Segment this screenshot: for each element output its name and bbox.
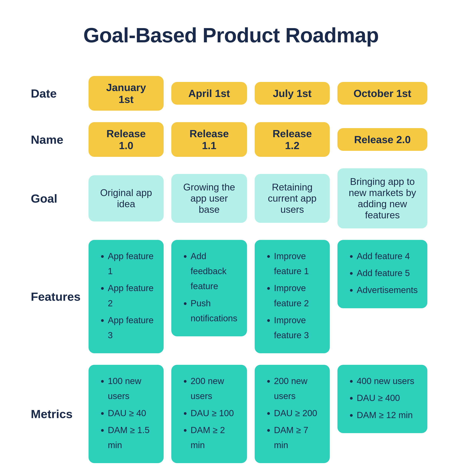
list-item: DAU ≥ 100: [191, 406, 237, 421]
metrics-cell-1: 100 new users DAU ≥ 40 DAM ≥ 1.5 min: [85, 359, 167, 469]
features-cell-2: Add feedback feature Push notifications: [167, 234, 251, 359]
list-item: DAM ≥ 7 min: [274, 423, 320, 452]
goal-cell-3: Retaining current app users: [251, 162, 334, 234]
metrics-list-1: 100 new users DAU ≥ 40 DAM ≥ 1.5 min: [98, 374, 154, 452]
list-item: App feature 2: [108, 280, 154, 311]
list-item: DAU ≥ 200: [274, 406, 320, 421]
features-row-label: Features: [31, 234, 85, 359]
list-item: App feature 1: [108, 249, 154, 279]
features-list-3: Improve feature 1 Improve feature 2 Impr…: [264, 249, 320, 343]
features-list-2: Add feedback feature Push notifications: [181, 249, 237, 326]
metrics-list-3: 200 new users DAU ≥ 200 DAM ≥ 7 min: [264, 374, 320, 452]
list-item: DAM ≥ 2 min: [191, 423, 237, 452]
goal-badge-3: Retaining current app users: [255, 174, 330, 223]
roadmap-table: Date January 1st April 1st July 1st Octo…: [31, 70, 431, 469]
name-badge-3: Release 1.2: [255, 122, 330, 157]
list-item: 400 new users: [357, 374, 418, 389]
metrics-row-label: Metrics: [31, 359, 85, 469]
features-cell-1: App feature 1 App feature 2 App feature …: [85, 234, 167, 359]
name-badge-1: Release 1.0: [88, 122, 164, 157]
list-item: 200 new users: [274, 374, 320, 403]
date-cell-4: October 1st: [334, 70, 431, 116]
metrics-badge-4: 400 new users DAU ≥ 400 DAM ≥ 12 min: [338, 365, 427, 433]
name-cell-2: Release 1.1: [167, 116, 251, 162]
features-badge-1: App feature 1 App feature 2 App feature …: [88, 240, 164, 353]
features-cell-3: Improve feature 1 Improve feature 2 Impr…: [251, 234, 334, 359]
list-item: Improve feature 2: [274, 280, 320, 311]
features-badge-3: Improve feature 1 Improve feature 2 Impr…: [255, 240, 330, 353]
metrics-badge-2: 200 new users DAU ≥ 100 DAM ≥ 2 min: [171, 365, 247, 463]
list-item: DAU ≥ 400: [357, 390, 418, 405]
metrics-cell-4: 400 new users DAU ≥ 400 DAM ≥ 12 min: [334, 359, 431, 469]
list-item: DAU ≥ 40: [108, 406, 154, 421]
list-item: Add feedback feature: [191, 249, 237, 294]
date-badge-4: October 1st: [338, 82, 427, 105]
list-item: DAM ≥ 1.5 min: [108, 423, 154, 452]
list-item: Add feature 5: [357, 265, 418, 280]
page-title: Goal-Based Product Roadmap: [83, 23, 379, 47]
goal-row-label: Goal: [31, 162, 85, 234]
list-item: Add feature 4: [357, 249, 418, 264]
features-badge-4: Add feature 4 Add feature 5 Advertisemen…: [338, 240, 427, 308]
metrics-badge-1: 100 new users DAU ≥ 40 DAM ≥ 1.5 min: [88, 365, 164, 463]
list-item: Advertisements: [357, 282, 418, 298]
metrics-cell-2: 200 new users DAU ≥ 100 DAM ≥ 2 min: [167, 359, 251, 469]
goal-cell-1: Original app idea: [85, 162, 167, 234]
name-cell-1: Release 1.0: [85, 116, 167, 162]
goal-cell-2: Growing the app user base: [167, 162, 251, 234]
date-badge-1: January 1st: [88, 76, 164, 111]
name-badge-4: Release 2.0: [338, 128, 427, 151]
features-list-4: Add feature 4 Add feature 5 Advertisemen…: [347, 249, 418, 298]
goal-badge-2: Growing the app user base: [171, 174, 247, 223]
features-cell-4: Add feature 4 Add feature 5 Advertisemen…: [334, 234, 431, 359]
metrics-badge-3: 200 new users DAU ≥ 200 DAM ≥ 7 min: [255, 365, 330, 463]
list-item: 200 new users: [191, 374, 237, 403]
name-badge-2: Release 1.1: [171, 122, 247, 157]
metrics-list-4: 400 new users DAU ≥ 400 DAM ≥ 12 min: [347, 374, 418, 423]
goal-badge-4: Bringing app to new markets by adding ne…: [338, 168, 427, 228]
date-row-label: Date: [31, 70, 85, 116]
list-item: DAM ≥ 12 min: [357, 408, 418, 423]
name-cell-4: Release 2.0: [334, 116, 431, 162]
date-badge-3: July 1st: [255, 82, 330, 105]
date-cell-1: January 1st: [85, 70, 167, 116]
features-list-1: App feature 1 App feature 2 App feature …: [98, 249, 154, 343]
goal-cell-4: Bringing app to new markets by adding ne…: [334, 162, 431, 234]
metrics-cell-3: 200 new users DAU ≥ 200 DAM ≥ 7 min: [251, 359, 334, 469]
list-item: Push notifications: [191, 296, 237, 326]
list-item: 100 new users: [108, 374, 154, 403]
date-cell-3: July 1st: [251, 70, 334, 116]
name-row-label: Name: [31, 116, 85, 162]
goal-badge-1: Original app idea: [88, 175, 164, 221]
list-item: Improve feature 1: [274, 249, 320, 279]
date-cell-2: April 1st: [167, 70, 251, 116]
list-item: Improve feature 3: [274, 313, 320, 343]
features-badge-2: Add feedback feature Push notifications: [171, 240, 247, 336]
metrics-list-2: 200 new users DAU ≥ 100 DAM ≥ 2 min: [181, 374, 237, 452]
list-item: App feature 3: [108, 313, 154, 343]
name-cell-3: Release 1.2: [251, 116, 334, 162]
date-badge-2: April 1st: [171, 82, 247, 105]
